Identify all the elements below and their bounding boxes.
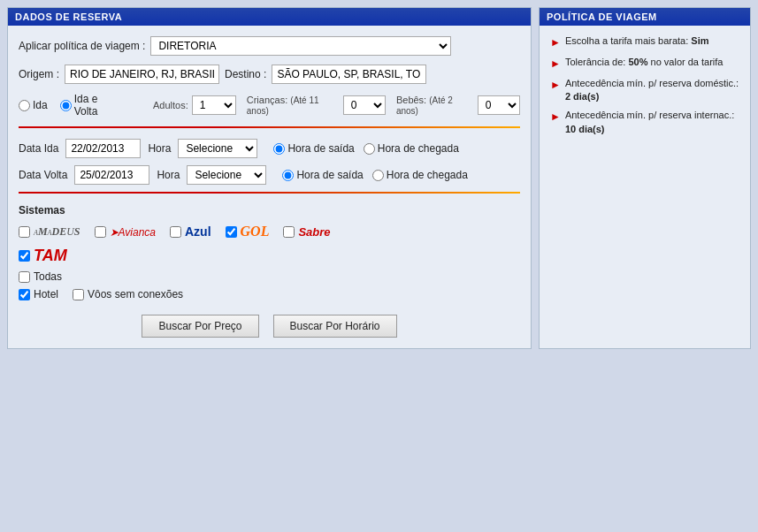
policy-text-4: Antecedência mín. p/ reserva internac.: … (565, 109, 739, 136)
right-panel-header: POLÍTICA DE VIAGEM (540, 8, 750, 26)
hora-saida-volta-radio[interactable] (282, 170, 294, 181)
tam-logo: TAM (34, 247, 67, 265)
gol-checkbox[interactable] (226, 226, 237, 238)
trip-passageiros-row: Ida Ida e Volta Adultos: 123 (19, 93, 520, 118)
voos-checkbox[interactable] (73, 289, 84, 300)
hotel-item: Hotel (19, 288, 58, 300)
policy-item-1: ► Escolha a tarifa mais barata: Sim (550, 34, 739, 50)
button-row: Buscar Por Preço Buscar Por Horário (19, 315, 520, 338)
tam-checkbox[interactable] (19, 250, 30, 262)
hora-saida-volta-label: Hora de saída (296, 169, 363, 181)
destino-label: Destino : (225, 68, 266, 80)
policy-bullet-4: ► (550, 110, 561, 125)
origem-label: Origem : (19, 68, 59, 80)
right-panel: POLÍTICA DE VIAGEM ► Escolha a tarifa ma… (539, 7, 751, 349)
trip-type-group: Ida Ida e Volta (19, 93, 121, 118)
sistema-azul: Azul (170, 224, 211, 239)
hora-saida-ida-radio[interactable] (273, 143, 285, 155)
adultos-select[interactable]: 123 (192, 95, 236, 115)
left-panel: DADOS DE RESERVA Aplicar política de via… (7, 7, 532, 349)
todas-label: Todas (34, 270, 62, 283)
hora-chegada-ida-option[interactable]: Hora de chegada (364, 142, 459, 155)
hora-saida-ida-label: Hora de saída (287, 142, 354, 155)
hora-ida-options: Hora de saída Hora de chegada (273, 142, 458, 155)
criancas-select[interactable]: 012 (343, 95, 386, 115)
left-panel-title: DADOS DE RESERVA (15, 11, 122, 22)
hotel-label: Hotel (34, 288, 58, 300)
sistemas-section: Sistemas aMaDEUS ➤Avianca Az (19, 204, 520, 300)
data-ida-row: Data Ida Hora Selecione 00:0006:0012:001… (19, 139, 520, 158)
avianca-checkbox[interactable] (95, 226, 106, 238)
hora-ida-select[interactable]: Selecione 00:0006:0012:0018:00 (178, 139, 257, 158)
ida-volta-radio[interactable] (60, 100, 72, 111)
hora-ida-label: Hora (148, 142, 171, 155)
todas-row: Todas (19, 270, 520, 283)
data-ida-input[interactable] (65, 139, 141, 158)
criancas-group: Crianças: (Até 11 anos) 012 (247, 95, 386, 116)
bebes-label: Bebês: (Até 2 anos) (396, 95, 474, 116)
policy-bullet-3: ► (550, 78, 561, 93)
hora-chegada-volta-label: Hora de chegada (387, 169, 468, 181)
gol-logo: GOL (241, 224, 270, 239)
hora-chegada-ida-radio[interactable] (364, 143, 375, 155)
ida-volta-option[interactable]: Ida e Volta (60, 93, 121, 118)
bebes-select[interactable]: 012 (478, 95, 520, 115)
hora-volta-options: Hora de saída Hora de chegada (282, 169, 467, 181)
separator-bottom (19, 192, 520, 194)
policy-item-2: ► Tolerância de: 50% no valor da tarifa (550, 56, 739, 72)
policy-bullet-2: ► (550, 57, 561, 72)
left-panel-header: DADOS DE RESERVA (8, 8, 531, 26)
adultos-label: Adultos: (153, 100, 188, 110)
ida-radio[interactable] (19, 100, 30, 111)
policy-text-3: Antecedência mín. p/ reserva doméstic.: … (565, 77, 739, 104)
hora-volta-label: Hora (157, 169, 180, 181)
politica-select[interactable]: DIRETORIA (150, 36, 451, 56)
origem-input[interactable] (65, 65, 219, 84)
right-panel-title: POLÍTICA DE VIAGEM (547, 11, 657, 22)
data-volta-input[interactable] (74, 165, 149, 185)
adultos-group: Adultos: 123 (153, 95, 236, 115)
sabre-checkbox[interactable] (283, 226, 295, 238)
criancas-label: Crianças: (Até 11 anos) (247, 95, 340, 116)
sistema-avianca: ➤Avianca (95, 225, 156, 239)
buscar-horario-button[interactable]: Buscar Por Horário (273, 315, 397, 338)
azul-checkbox[interactable] (170, 226, 181, 238)
ida-label: Ida (33, 99, 48, 111)
hora-chegada-volta-radio[interactable] (372, 170, 384, 181)
avianca-logo: ➤Avianca (110, 225, 156, 239)
separator-top (19, 126, 520, 128)
politica-row: Aplicar política de viagem : DIRETORIA (19, 36, 520, 56)
sistema-amadeus: aMaDEUS (19, 224, 80, 239)
hora-saida-ida-option[interactable]: Hora de saída (273, 142, 354, 155)
tam-row: TAM (19, 247, 520, 265)
hora-saida-volta-option[interactable]: Hora de saída (282, 169, 363, 181)
voos-item: Vôos sem conexões (73, 288, 183, 300)
azul-logo: Azul (185, 224, 211, 239)
sistemas-title: Sistemas (19, 204, 520, 217)
hotel-checkbox[interactable] (19, 289, 30, 300)
data-ida-label: Data Ida (19, 142, 58, 155)
amadeus-logo: aMaDEUS (34, 224, 80, 239)
policy-text-2: Tolerância de: 50% no valor da tarifa (565, 56, 724, 69)
policy-item-3: ► Antecedência mín. p/ reserva doméstic.… (550, 77, 739, 104)
data-volta-row: Data Volta Hora Selecione 00:0006:0012:0… (19, 165, 520, 185)
sabre-logo: Sabre (298, 224, 330, 239)
sistemas-logos: aMaDEUS ➤Avianca Azul GOL (19, 224, 520, 239)
hora-volta-select[interactable]: Selecione 00:0006:0012:0018:00 (187, 165, 266, 185)
amadeus-checkbox[interactable] (19, 226, 30, 238)
destino-input[interactable] (272, 65, 426, 84)
policy-item-4: ► Antecedência mín. p/ reserva internac.… (550, 109, 739, 136)
todas-checkbox[interactable] (19, 271, 30, 283)
politica-label: Aplicar política de viagem : (19, 40, 145, 52)
policy-text-1: Escolha a tarifa mais barata: Sim (565, 34, 709, 48)
sistema-gol: GOL (226, 224, 270, 239)
buscar-preco-button[interactable]: Buscar Por Preço (142, 315, 258, 338)
voos-label: Vôos sem conexões (88, 288, 183, 300)
hora-chegada-volta-option[interactable]: Hora de chegada (372, 169, 468, 181)
origem-destino-row: Origem : Destino : (19, 65, 520, 84)
policy-bullet-1: ► (550, 35, 561, 50)
hotel-voos-row: Hotel Vôos sem conexões (19, 288, 520, 300)
sistema-sabre: Sabre (283, 224, 330, 239)
ida-volta-label: Ida e Volta (74, 93, 121, 118)
ida-option[interactable]: Ida (19, 99, 48, 111)
